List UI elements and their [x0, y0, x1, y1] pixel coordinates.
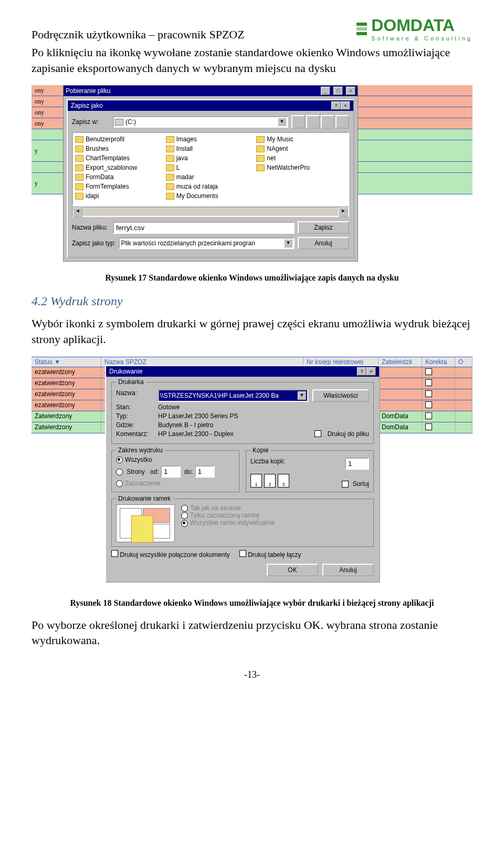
radio-pages[interactable]: [116, 469, 123, 475]
ok-button[interactable]: OK: [267, 564, 318, 576]
table-cell: [455, 411, 472, 422]
printer-dropdown[interactable]: \\STRZESZYNSKA1\HP LaserJet 2300 Ba ▼: [158, 389, 308, 402]
doc-subtitle: Podręcznik użytkownika – pracownik SPZOZ: [32, 28, 245, 42]
cancel-button[interactable]: Anuluj: [298, 237, 349, 250]
folder-item[interactable]: L: [166, 163, 250, 172]
print-to-file-checkbox[interactable]: [314, 430, 321, 437]
folder-item[interactable]: My Documents: [166, 192, 250, 200]
folder-item[interactable]: idapi: [75, 192, 159, 200]
from-input[interactable]: [161, 465, 181, 478]
radio-all[interactable]: [116, 457, 123, 463]
minimize-icon[interactable]: _: [321, 87, 330, 95]
chevron-down-icon[interactable]: ▼: [278, 118, 286, 126]
page-number: -13-: [32, 669, 472, 680]
folder-item[interactable]: NetWatcherPro: [256, 163, 340, 172]
logo-mark-icon: [356, 23, 367, 35]
frames-preview-icon: [116, 504, 175, 542]
checkbox-icon[interactable]: [425, 368, 432, 375]
properties-button[interactable]: Właściwości: [312, 389, 369, 402]
folder-item[interactable]: net: [256, 154, 340, 162]
table-cell: [422, 378, 455, 389]
print-linked-checkbox[interactable]: [111, 550, 118, 557]
folder-item[interactable]: NAgent: [256, 144, 340, 153]
close-icon[interactable]: ×: [341, 101, 350, 110]
checkbox-icon[interactable]: [425, 390, 432, 397]
logo-text: DOMDATA: [371, 16, 472, 35]
copies-input[interactable]: [345, 458, 369, 470]
save-in-label: Zapisz w:: [72, 118, 110, 126]
outer-titlebar[interactable]: Pobieranie pliku _ □ ×: [64, 86, 358, 96]
folder-item[interactable]: madar: [166, 173, 250, 181]
up-folder-icon[interactable]: [291, 115, 305, 129]
table-cell: ezatwierdzony: [32, 378, 101, 389]
close-icon[interactable]: ×: [366, 367, 376, 376]
to-input[interactable]: [195, 465, 215, 478]
maximize-icon[interactable]: □: [333, 87, 343, 95]
folder-item[interactable]: Brushes: [75, 144, 159, 153]
folder-icon: [166, 164, 174, 171]
folder-item[interactable]: ChartTemplates: [75, 154, 159, 162]
folder-item[interactable]: muza od rataja: [166, 182, 250, 191]
folder-name: java: [176, 154, 188, 162]
folder-item[interactable]: My Music: [256, 135, 340, 143]
new-folder-icon[interactable]: [306, 115, 320, 129]
col-o[interactable]: O: [455, 357, 472, 367]
saveas-dialog: Zapisz jako ? × Zapisz w: (C:) ▼: [67, 99, 354, 258]
details-view-icon[interactable]: [335, 115, 349, 129]
save-in-value: (C:): [125, 118, 136, 126]
col-status[interactable]: Status ▼: [32, 357, 101, 367]
saveas-window: Pobieranie pliku _ □ × Zapisz jako ? × Z…: [63, 85, 358, 262]
where-label: Gdzie:: [116, 421, 154, 429]
heading-4-2: 4.2 Wydruk strony: [32, 294, 472, 308]
chevron-down-icon[interactable]: ▼: [284, 239, 292, 247]
range-group-title: Zakres wydruku: [116, 447, 165, 454]
table-cell: [422, 400, 455, 411]
print-links-checkbox[interactable]: [239, 550, 246, 557]
collate-checkbox[interactable]: [342, 481, 349, 488]
print-titlebar[interactable]: Drukowanie ? ×: [106, 366, 379, 377]
chevron-down-icon[interactable]: ▼: [298, 391, 306, 400]
close-icon[interactable]: ×: [346, 87, 355, 95]
table-cell: [455, 422, 472, 433]
printer-name: \\STRZESZYNSKA1\HP LaserJet 2300 Ba: [160, 392, 279, 399]
checkbox-icon[interactable]: [425, 423, 432, 430]
scroll-left-icon[interactable]: ◄: [73, 208, 82, 217]
h-scrollbar[interactable]: ◄ ►: [72, 206, 349, 217]
folder-item[interactable]: Install: [166, 144, 250, 153]
table-cell: [422, 367, 455, 378]
folder-item[interactable]: Images: [166, 135, 250, 143]
folder-item[interactable]: FormTemplates: [75, 182, 159, 191]
paragraph-2: Wybór ikonki z symbolem drukarki w górne…: [32, 316, 472, 347]
checkbox-icon[interactable]: [425, 412, 432, 419]
folder-item[interactable]: java: [166, 154, 250, 162]
filetype-dropdown[interactable]: Plik wartości rozdzielanych przecinkami …: [119, 237, 295, 249]
list-view-icon[interactable]: [321, 115, 334, 129]
filename-input[interactable]: [113, 222, 295, 234]
logo: DOMDATA Software & Consulting: [356, 16, 472, 42]
folder-name: My Documents: [176, 192, 218, 200]
selection-label: Zaznaczenie: [125, 480, 161, 487]
folder-icon: [166, 174, 174, 181]
checkbox-icon[interactable]: [425, 401, 432, 408]
file-list[interactable]: BenutzerprofilBrushesChartTemplatesExpor…: [72, 132, 349, 206]
save-in-dropdown[interactable]: (C:) ▼: [113, 116, 288, 128]
col-kor[interactable]: Korekta: [422, 357, 455, 367]
dialog-titlebar[interactable]: Zapisz jako ? ×: [68, 100, 353, 111]
page-icon: 2: [264, 474, 276, 488]
table-cell: [455, 367, 472, 378]
type-value: HP LaserJet 2300 Series PS: [158, 412, 238, 420]
help-icon[interactable]: ?: [331, 101, 341, 110]
table-cell: Zatwierdzony: [32, 411, 101, 422]
folder-item[interactable]: FormData: [75, 173, 159, 181]
save-button[interactable]: Zapisz: [298, 221, 349, 234]
checkbox-icon[interactable]: [425, 379, 432, 386]
page-icon: 3: [278, 474, 289, 488]
folder-item[interactable]: Export_szablonow: [75, 163, 159, 172]
help-icon[interactable]: ?: [357, 367, 366, 376]
col-zatw[interactable]: Zatwierdził: [379, 357, 422, 367]
table-cell: [379, 378, 422, 389]
cancel-button[interactable]: Anuluj: [322, 564, 374, 576]
pages-label: Strony: [127, 468, 145, 475]
folder-item[interactable]: Benutzerprofil: [75, 135, 159, 143]
scroll-right-icon[interactable]: ►: [339, 208, 348, 217]
